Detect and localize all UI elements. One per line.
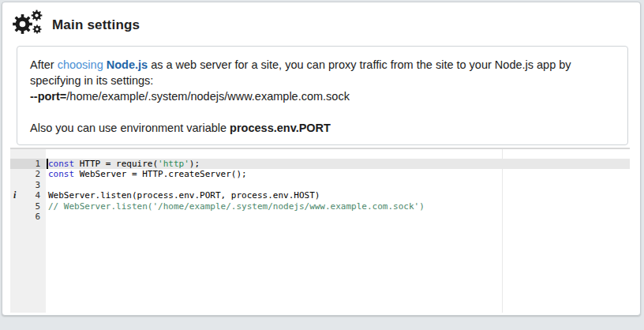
env-text: Also you can use environment variable <box>30 122 230 134</box>
port-option: --port= <box>30 90 66 103</box>
info-annotation-icon[interactable]: i <box>13 190 16 201</box>
editor-line-number: 1 <box>10 159 46 169</box>
code-editor[interactable]: 123i456 const HTTP = require('http');con… <box>10 148 630 313</box>
editor-line-number: 3 <box>10 180 46 190</box>
link-text: choosing <box>58 58 107 71</box>
code-token-string: 'http' <box>158 159 189 169</box>
port-line: --port=/home/example/.system/nodejs/www.… <box>30 88 615 104</box>
main-settings-panel: Main settings After choosing Node.js as … <box>2 2 641 316</box>
code-token-plain: ); <box>189 159 200 169</box>
editor-line[interactable]: WebServer.listen(process.env.PORT, proce… <box>46 190 630 201</box>
gears-icon <box>12 9 43 41</box>
editor-line[interactable] <box>46 180 630 190</box>
code-token-plain: HTTP = require( <box>74 159 158 169</box>
editor-line-number: 5 <box>10 201 46 212</box>
page-title: Main settings <box>52 17 140 33</box>
editor-line[interactable] <box>46 212 630 222</box>
code-token-comment: // WebServer.listen('/home/example/.syst… <box>48 201 425 212</box>
code-token-keyword: const <box>48 159 74 169</box>
editor-code-area[interactable]: const HTTP = require('http');const WebSe… <box>46 149 630 313</box>
editor-gutter: 123i456 <box>10 149 46 313</box>
editor-line[interactable]: // WebServer.listen('/home/example/.syst… <box>46 201 630 212</box>
env-line: Also you can use environment variable pr… <box>30 120 615 136</box>
port-path: /home/example/.system/nodejs/www.example… <box>66 90 350 103</box>
editor-line-number: i4 <box>10 190 46 201</box>
text-cursor <box>47 159 48 169</box>
link-text-bold: Node.js <box>107 58 148 71</box>
editor-line-number: 2 <box>10 169 46 179</box>
notice-text: After <box>30 58 58 71</box>
notice-paragraph: After choosing Node.js as a web server f… <box>30 57 615 88</box>
code-token-plain: WebServer = HTTP.createServer(); <box>74 169 247 179</box>
choosing-nodejs-link[interactable]: choosing Node.js <box>58 58 148 71</box>
notice-box: After choosing Node.js as a web server f… <box>17 46 628 145</box>
code-token-plain: WebServer.listen(process.env.PORT, proce… <box>48 190 320 201</box>
editor-line[interactable]: const WebServer = HTTP.createServer(); <box>46 169 630 179</box>
env-variable: process.env.PORT <box>230 122 331 134</box>
editor-line-number: 6 <box>10 212 46 222</box>
editor-line[interactable]: const HTTP = require('http'); <box>46 159 630 169</box>
code-token-keyword: const <box>48 169 74 179</box>
